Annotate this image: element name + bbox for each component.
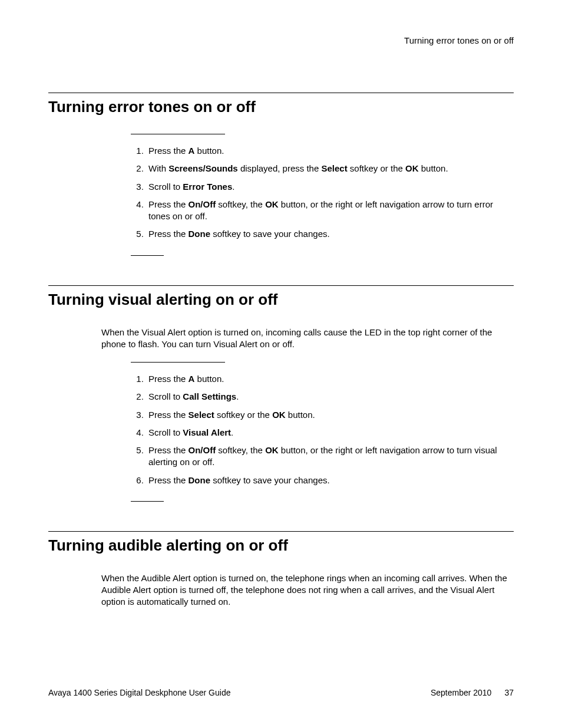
step-item: Scroll to Error Tones. bbox=[146, 181, 514, 193]
section-title: Turning audible alerting on or off bbox=[48, 536, 514, 555]
step-item: Scroll to Visual Alert. bbox=[146, 427, 514, 439]
section-title: Turning error tones on or off bbox=[48, 98, 514, 116]
footer-page-number: 37 bbox=[504, 688, 514, 697]
section-intro: When the Visual Alert option is turned o… bbox=[101, 327, 514, 351]
section-title: Turning visual alerting on or off bbox=[48, 291, 514, 309]
footer-doc-title: Avaya 1400 Series Digital Deskphone User… bbox=[48, 688, 230, 697]
step-item: Press the Done softkey to save your chan… bbox=[146, 228, 514, 240]
step-item: Press the On/Off softkey, the OK button,… bbox=[146, 444, 514, 469]
step-item: With Screens/Sounds displayed, press the… bbox=[146, 163, 514, 174]
page-footer: Avaya 1400 Series Digital Deskphone User… bbox=[48, 688, 514, 697]
section-divider bbox=[48, 285, 514, 286]
step-item: Scroll to Call Settings. bbox=[146, 391, 514, 403]
footer-date: September 2010 bbox=[431, 688, 492, 697]
steps-start-rule bbox=[131, 362, 225, 363]
step-item: Press the Select softkey or the OK butto… bbox=[146, 409, 514, 421]
document-page: Turning error tones on or off Turning er… bbox=[0, 0, 562, 728]
section-divider bbox=[48, 531, 514, 532]
step-item: Press the On/Off softkey, the OK button,… bbox=[146, 199, 514, 223]
section-divider bbox=[48, 93, 514, 93]
sections-container: Turning error tones on or offPress the A… bbox=[48, 93, 514, 608]
steps-end-rule bbox=[131, 501, 164, 502]
steps-start-rule bbox=[131, 134, 225, 134]
step-item: Press the Done softkey to save your chan… bbox=[146, 475, 514, 486]
steps-list: Press the A button.With Screens/Sounds d… bbox=[131, 145, 514, 241]
step-item: Press the A button. bbox=[146, 373, 514, 385]
steps-end-rule bbox=[131, 255, 164, 256]
running-header: Turning error tones on or off bbox=[48, 35, 514, 45]
section-intro: When the Audible Alert option is turned … bbox=[101, 572, 514, 608]
step-item: Press the A button. bbox=[146, 145, 514, 157]
steps-list: Press the A button.Scroll to Call Settin… bbox=[131, 373, 514, 486]
footer-right: September 2010 37 bbox=[431, 688, 514, 697]
